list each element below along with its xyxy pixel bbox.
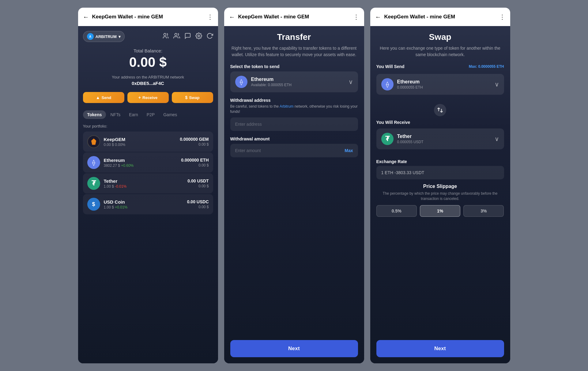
token-selector-chevron: ∨ xyxy=(349,78,353,86)
network-label: ARBITRUM xyxy=(96,34,117,39)
address-input[interactable] xyxy=(230,117,358,131)
slippage-3[interactable]: 3% xyxy=(463,205,504,217)
amount-input[interactable] xyxy=(230,144,358,157)
refresh-icon[interactable] xyxy=(206,33,213,41)
transfer-menu-button[interactable]: ⋮ xyxy=(353,13,359,21)
receive-label: Receive xyxy=(142,95,157,100)
usdt-info: Tether 1.00 $ -0.01% xyxy=(104,178,184,189)
panel-transfer: ← KeepGem Wallet - mine GEM ⋮ Transfer R… xyxy=(224,8,364,363)
slippage-options: 0.5% 1% 3% xyxy=(376,205,504,217)
amount-wrapper: Max xyxy=(230,144,358,157)
slippage-title: Price Slippage xyxy=(376,184,504,189)
contacts-icon[interactable] xyxy=(173,33,180,41)
transfer-header-title: KeepGem Wallet - mine GEM xyxy=(238,14,350,20)
address-section: Your address on the ARBITRUM network 0xD… xyxy=(83,75,213,86)
swap-next-button[interactable]: Next xyxy=(376,340,504,357)
swap-body: Swap Here you can exchange one type of t… xyxy=(370,26,510,363)
network-selector[interactable]: A ARBITRUM ▾ xyxy=(83,31,125,42)
slippage-1[interactable]: 1% xyxy=(420,205,460,217)
usdc-usd: 0.00 $ xyxy=(187,205,209,209)
eth-price: 3802.27 $ +0.60% xyxy=(104,163,178,168)
usdc-info: USD Coin 1.00 $ +0.01% xyxy=(104,199,183,209)
back-button[interactable]: ← xyxy=(83,13,89,21)
send-max-label: Max: 0.0000055 ETH xyxy=(469,64,504,69)
header-swap: ← KeepGem Wallet - mine GEM ⋮ xyxy=(370,8,510,26)
keepgem-amount: 0.000000 GEM xyxy=(180,137,209,142)
balance-amount: 0.00 $ xyxy=(83,55,213,70)
transfer-body: Transfer Right here, you have the capabi… xyxy=(224,26,364,363)
token-item-usdt[interactable]: ₮ Tether 1.00 $ -0.01% 0.00 USDT 0.00 $ xyxy=(83,173,213,193)
tab-earn[interactable]: Earn xyxy=(125,110,142,119)
transfer-eth-icon: ⟠ xyxy=(240,78,243,86)
usdt-logo: ₮ xyxy=(87,177,100,190)
swap-back-button[interactable]: ← xyxy=(375,13,381,21)
menu-button[interactable]: ⋮ xyxy=(207,13,213,21)
swap-arrows-icon[interactable] xyxy=(434,104,446,116)
network-logo: A xyxy=(87,33,94,40)
usdc-price: 1.00 $ +0.01% xyxy=(104,205,183,209)
header-transfer: ← KeepGem Wallet - mine GEM ⋮ xyxy=(224,8,364,26)
keepgem-info: KeepGEM 0.00 $ 0.00% xyxy=(104,137,176,147)
users-icon[interactable] xyxy=(162,33,169,41)
arbitrum-link[interactable]: Arbitrum xyxy=(280,104,293,109)
transfer-token-balance: Available: 0.000055 ETH xyxy=(251,83,345,87)
toolbar-icons xyxy=(162,33,213,41)
usdt-right: 0.00 USDT 0.00 $ xyxy=(187,178,209,188)
token-item-keepgem[interactable]: KeepGEM 0.00 $ 0.00% 0.000000 GEM 0.00 $ xyxy=(83,132,213,152)
balance-section: Total Balance: 0.00 $ xyxy=(83,48,213,70)
transfer-next-button[interactable]: Next xyxy=(230,340,358,357)
tab-tokens[interactable]: Tokens xyxy=(83,110,106,119)
swap-send-logo: ⟠ xyxy=(381,78,394,90)
svg-point-0 xyxy=(164,33,166,35)
receive-button[interactable]: + Receive xyxy=(127,92,169,103)
slippage-0-5[interactable]: 0.5% xyxy=(376,205,417,217)
tab-games[interactable]: Games xyxy=(159,110,181,119)
swap-receive-selector[interactable]: ₮ Tether 0.000055 USDT ∨ xyxy=(376,128,504,149)
tab-p2p[interactable]: P2P xyxy=(142,110,159,119)
token-item-usdc[interactable]: $ USD Coin 1.00 $ +0.01% 0.00 USDC 0.00 … xyxy=(83,194,213,214)
swap-title: Swap xyxy=(376,32,504,42)
usdt-amount: 0.00 USDT xyxy=(187,178,209,183)
usdt-usd: 0.00 $ xyxy=(187,184,209,188)
token-list: KeepGEM 0.00 $ 0.00% 0.000000 GEM 0.00 $… xyxy=(83,132,213,214)
swap-send-selector[interactable]: ⟠ Ethereum 0.0000055 ETH ∨ xyxy=(376,74,504,95)
keepgem-usd: 0.00 $ xyxy=(180,142,209,147)
swap-button[interactable]: $ Swap xyxy=(172,92,213,103)
token-item-eth[interactable]: ⟠ Ethereum 3802.27 $ +0.60% 0.000000 ETH… xyxy=(83,152,213,173)
address-value[interactable]: 0xDBE5...aF4C xyxy=(83,81,213,86)
price-slippage-section: Price Slippage The percentage by which t… xyxy=(376,184,504,217)
transfer-back-button[interactable]: ← xyxy=(229,13,235,21)
swap-receive-info: Tether 0.000055 USDT xyxy=(397,134,491,144)
usdc-logo: $ xyxy=(87,198,100,211)
send-label: You Will Send xyxy=(376,64,405,69)
transfer-token-name: Ethereum xyxy=(251,77,345,82)
send-label: Send xyxy=(102,95,111,100)
usdt-name: Tether xyxy=(104,178,184,184)
swap-header-title: KeepGem Wallet - mine GEM xyxy=(384,14,496,20)
header-wallet: ← KeepGem Wallet - mine GEM ⋮ xyxy=(78,8,218,26)
settings-icon[interactable] xyxy=(195,33,202,41)
wallet-body: A ARBITRUM ▾ xyxy=(78,26,218,363)
header-title: KeepGem Wallet - mine GEM xyxy=(92,14,204,20)
withdrawal-address-label: Withdrawal address xyxy=(230,98,358,103)
transfer-token-info: Ethereum Available: 0.000055 ETH xyxy=(251,77,345,87)
token-selector[interactable]: ⟠ Ethereum Available: 0.000055 ETH ∨ xyxy=(230,71,358,92)
send-button[interactable]: ▲ Send xyxy=(83,92,124,103)
usdc-amount: 0.00 USDC xyxy=(187,199,209,204)
swap-eth-icon: ⟠ xyxy=(386,81,389,88)
chat-icon[interactable] xyxy=(184,33,191,41)
swap-label: Swap xyxy=(189,95,199,100)
usdc-name: USD Coin xyxy=(104,199,183,205)
address-network: Your address on the ARBITRUM network xyxy=(83,75,213,79)
swap-receive-amount: 0.000055 USDT xyxy=(397,140,491,144)
usdc-symbol-icon: $ xyxy=(92,201,95,208)
eth-info: Ethereum 3802.27 $ +0.60% xyxy=(104,158,178,168)
swap-icon-row xyxy=(376,104,504,116)
swap-receive-name: Tether xyxy=(397,134,491,139)
swap-menu-button[interactable]: ⋮ xyxy=(499,13,505,21)
transfer-title: Transfer xyxy=(230,32,358,42)
balance-label: Total Balance: xyxy=(83,48,213,53)
eth-symbol-icon: ⟠ xyxy=(92,159,95,166)
max-button[interactable]: Max xyxy=(345,148,353,153)
tab-nfts[interactable]: NFTs xyxy=(106,110,125,119)
